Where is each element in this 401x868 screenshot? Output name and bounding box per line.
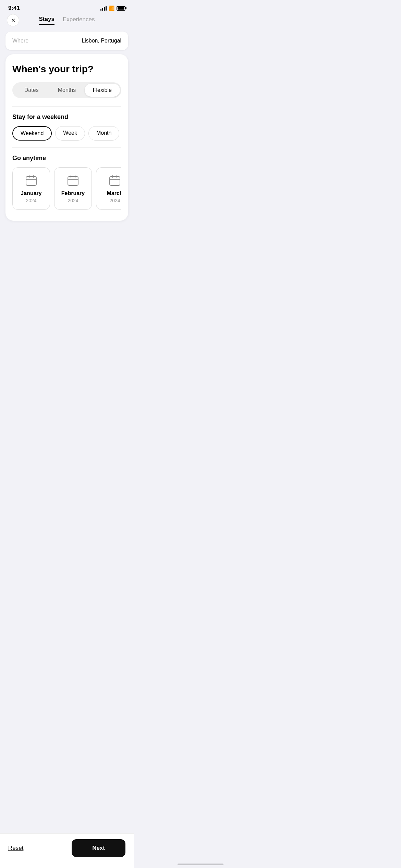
main-card: When's your trip? Dates Months Flexible …: [5, 54, 128, 221]
duration-weekend[interactable]: Weekend: [12, 126, 52, 141]
anytime-title: Go anytime: [12, 155, 121, 162]
month-card-feb[interactable]: February 2024: [54, 167, 92, 210]
stay-for-title: Stay for a weekend: [12, 113, 121, 121]
calendar-icon-jan: [25, 174, 38, 187]
duration-group: Weekend Week Month: [12, 126, 121, 141]
where-value: Lisbon, Portugal: [82, 38, 121, 44]
toggle-flexible[interactable]: Flexible: [85, 84, 120, 97]
header: ✕ Stays Experiences: [0, 13, 134, 29]
tab-stays[interactable]: Stays: [39, 16, 54, 25]
duration-month[interactable]: Month: [88, 126, 119, 141]
calendar-icon-mar: [108, 174, 121, 187]
duration-week[interactable]: Week: [55, 126, 85, 141]
month-year-feb: 2024: [68, 198, 78, 203]
date-type-toggle: Dates Months Flexible: [12, 82, 121, 98]
months-scroll: January 2024 February 2024 March 2024: [12, 167, 121, 213]
toggle-dates[interactable]: Dates: [14, 84, 49, 97]
close-icon: ✕: [11, 17, 15, 24]
month-card-mar[interactable]: March 2024: [96, 167, 121, 210]
svg-rect-8: [110, 177, 120, 185]
month-year-mar: 2024: [109, 198, 120, 203]
status-bar: 9:41 📶: [0, 0, 134, 13]
status-icons: 📶: [100, 5, 125, 11]
month-name-feb: February: [61, 190, 85, 196]
svg-rect-0: [26, 177, 36, 185]
svg-rect-4: [68, 177, 78, 185]
divider-1: [12, 106, 121, 107]
close-button[interactable]: ✕: [7, 14, 19, 26]
where-card[interactable]: Where Lisbon, Portugal: [5, 32, 128, 50]
trip-title: When's your trip?: [12, 64, 121, 75]
nav-tabs: Stays Experiences: [39, 16, 95, 25]
status-time: 9:41: [8, 5, 20, 12]
month-name-mar: March: [107, 190, 121, 196]
month-name-jan: January: [21, 190, 41, 196]
battery-icon: [117, 6, 125, 11]
wifi-icon: 📶: [109, 5, 114, 11]
month-year-jan: 2024: [26, 198, 36, 203]
divider-2: [12, 147, 121, 148]
toggle-months[interactable]: Months: [49, 84, 84, 97]
month-card-jan[interactable]: January 2024: [12, 167, 50, 210]
calendar-icon-feb: [66, 174, 80, 187]
tab-experiences[interactable]: Experiences: [63, 16, 95, 24]
where-label: Where: [12, 38, 28, 44]
signal-icon: [100, 6, 107, 11]
